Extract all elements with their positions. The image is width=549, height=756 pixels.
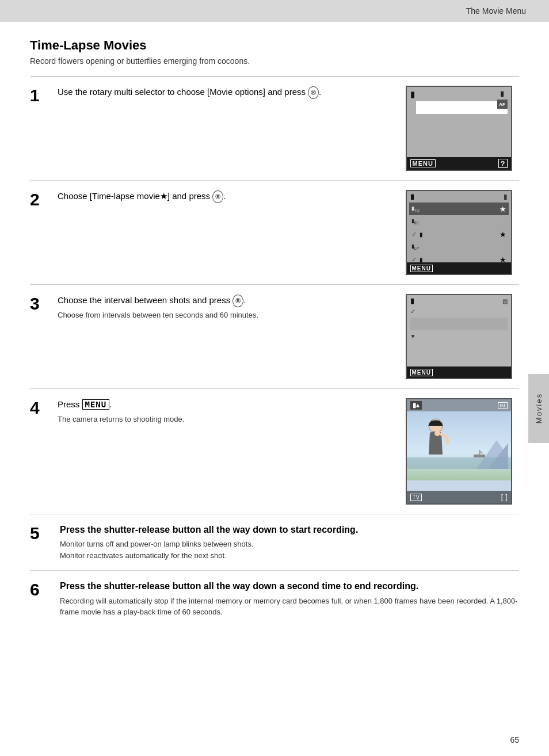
page: The Movie Menu Time-Lapse Movies Record … [0, 0, 549, 756]
s2-star-1: ★ [500, 205, 506, 213]
step-6-header: 6 Press the shutter-release button all t… [30, 580, 519, 617]
s4-tv-text: TV [410, 494, 422, 501]
screen-4: ▮▴ IN [406, 398, 512, 505]
s2-icon-r2: ▮60 [411, 218, 419, 225]
s4-boat-svg [471, 449, 488, 460]
svg-marker-4 [479, 450, 483, 453]
step-3-image: ▮ ▨ ✓ ▼ [398, 294, 519, 379]
screen2-menu-bar: MENU [407, 262, 511, 274]
s4-in-icon: IN [498, 402, 508, 409]
step-2: 2 Choose [Time-lapse movie★] and press ®… [30, 181, 519, 285]
page-title: Time-Lapse Movies [30, 38, 519, 53]
screen3-selected-row [410, 318, 508, 330]
ok-icon-1: ® [308, 86, 319, 99]
screen1-af-icon: AF [497, 100, 508, 109]
s2-star-3: ★ [500, 230, 506, 239]
step-1-main: Use the rotary multi selector to choose … [58, 86, 389, 99]
step-4-sub: The camera returns to shooting mode. [58, 414, 389, 425]
step-3-number: 3 [30, 294, 58, 312]
screen3-arrow-row: ▼ [407, 331, 511, 341]
screen2-row-2: ▮60 [409, 215, 509, 228]
step-1: 1 Use the rotary multi selector to choos… [30, 77, 519, 181]
screen-1: ▮ ▮ AF MENU ? [406, 86, 512, 171]
subtitle: Record flowers opening or butterflies em… [30, 56, 519, 66]
svg-rect-2 [474, 455, 485, 457]
s3-arrow: ▼ [410, 333, 416, 339]
step-6-number: 6 [30, 580, 58, 598]
step-5-number: 5 [30, 524, 58, 542]
screen-3: ▮ ▨ ✓ ▼ [406, 294, 512, 379]
s3-battery-icon: ▨ [502, 298, 508, 304]
s4-bracket-group: [ ] [501, 493, 508, 501]
screen3-top: ▮ ▨ [407, 295, 511, 307]
s4-bracket-close: ] [505, 493, 507, 501]
sidebar-label: Movies [528, 374, 549, 443]
s3-cam-icon: ▮ [410, 297, 414, 305]
screen2-list: ▮TU ★ ▮60 [409, 203, 509, 266]
step-2-image: ▮ ▮ ▮TU ★ [398, 190, 519, 275]
step-3-content: Choose the interval between shots and pr… [58, 294, 398, 321]
screen1-icon-r1: ▮ [500, 90, 504, 98]
screen1-q-icon: ? [498, 159, 508, 168]
screen2-row-4: ▮LP [409, 240, 509, 253]
step-3: 3 Choose the interval between shots and … [30, 285, 519, 389]
s2-cam-icon: ▮ [410, 193, 414, 201]
step-5-sub: Monitor turns off and power-on lamp blin… [60, 539, 358, 561]
menu-kbd: MENU [82, 399, 110, 410]
step-5-content: Press the shutter-release button all the… [58, 524, 358, 561]
screen3-menu-bar: MENU [407, 366, 511, 378]
screen4-bottom-bar: TV [ ] [407, 491, 511, 503]
content: Time-Lapse Movies Record flowers opening… [0, 22, 549, 643]
step-6-content: Press the shutter-release button all the… [58, 580, 519, 617]
s2-battery-icon: ▮ [504, 193, 508, 201]
screen2-row-3: ✓ ▮ ★ [409, 228, 509, 240]
screen2-menu-text: MENU [410, 265, 433, 272]
screen2-row-1: ▮TU ★ [409, 203, 509, 215]
screen1-menu-text: MENU [410, 159, 436, 167]
step-2-main: Choose [Time-lapse movie★] and press ®. [58, 190, 389, 203]
svg-point-6 [434, 430, 440, 436]
s2-icon-r5: ▮ [420, 257, 423, 263]
screen4-top-bar: ▮▴ IN [407, 399, 511, 411]
s2-icon-r1: ▮TU [411, 205, 420, 212]
step-1-number: 1 [30, 86, 58, 104]
s4-person-svg [415, 417, 456, 469]
header-bar: The Movie Menu [0, 0, 549, 22]
header-title: The Movie Menu [466, 6, 526, 16]
screen2-top: ▮ ▮ [407, 191, 511, 203]
sidebar-text: Movies [535, 393, 543, 423]
screen-2: ▮ ▮ ▮TU ★ [406, 190, 512, 275]
step-2-content: Choose [Time-lapse movie★] and press ®. [58, 190, 398, 205]
step-4-main: Press MENU. [58, 398, 389, 411]
step-4: 4 Press MENU. The camera returns to shoo… [30, 389, 519, 514]
step-3-main: Choose the interval between shots and pr… [58, 294, 389, 307]
step-6-sub: Recording will automatically stop if the… [60, 595, 519, 618]
screen1-menu-bar: MENU ? [407, 157, 511, 170]
screen3-menu-text: MENU [410, 369, 433, 376]
ok-icon-3: ® [232, 295, 243, 307]
screen3-check-row: ✓ [407, 307, 511, 316]
s4-mode-icon: ▮▴ [410, 401, 422, 410]
ok-icon-2: ® [212, 190, 223, 203]
s3-check: ✓ [410, 308, 415, 315]
screen1-selected-row [416, 101, 508, 114]
screen1-right-icons: ▮ AF [497, 90, 508, 109]
screen1-icon: ▮ [410, 90, 415, 99]
s2-icon-r4: ▮LP [411, 243, 420, 250]
step-5-main: Press the shutter-release button all the… [60, 524, 358, 536]
s2-icon-r3: ▮ [420, 231, 423, 238]
page-number: 65 [510, 735, 519, 744]
step-4-content: Press MENU. The camera returns to shooti… [58, 398, 398, 425]
step-6-main: Press the shutter-release button all the… [60, 580, 519, 593]
step-5: 5 Press the shutter-release button all t… [30, 514, 519, 571]
screen4-scene [407, 411, 511, 480]
step-6: 6 Press the shutter-release button all t… [30, 571, 519, 627]
step-3-sub: Choose from intervals between ten second… [58, 310, 389, 321]
step-4-number: 4 [30, 398, 58, 417]
step-4-image: ▮▴ IN [398, 398, 519, 505]
step-2-number: 2 [30, 190, 58, 208]
step-5-header: 5 Press the shutter-release button all t… [30, 524, 519, 561]
s4-bracket-open: [ [501, 493, 503, 501]
s2-check: ✓ [411, 231, 417, 238]
step-1-content: Use the rotary multi selector to choose … [58, 86, 398, 101]
